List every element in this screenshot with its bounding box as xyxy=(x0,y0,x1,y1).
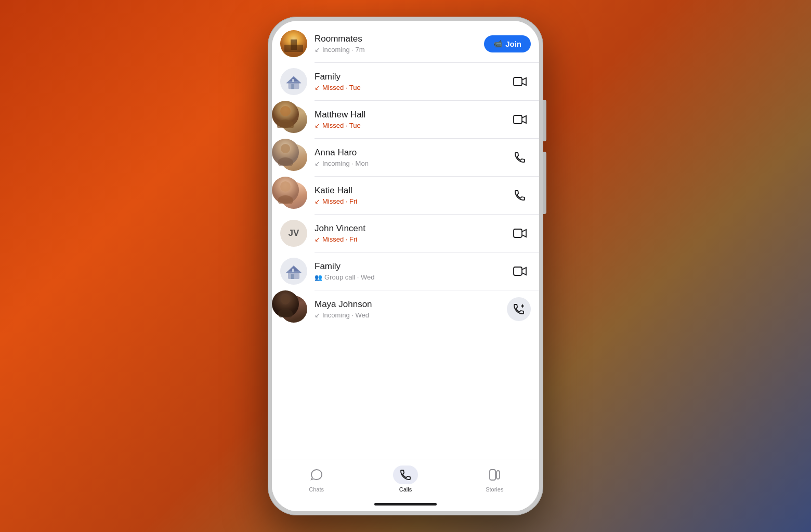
incoming-arrow-icon: ↙ xyxy=(315,46,320,54)
svg-rect-2 xyxy=(291,39,297,50)
home-bar xyxy=(374,503,437,506)
svg-point-11 xyxy=(280,106,291,116)
avatar-maya xyxy=(280,296,307,323)
call-item-family2[interactable]: Family 👥 Group call · Wed xyxy=(272,252,539,290)
add-call-button[interactable] xyxy=(507,297,531,321)
tab-chats[interactable]: Chats xyxy=(272,463,361,495)
avatar-katie xyxy=(280,182,307,209)
call-item-matthew[interactable]: Matthew Hall ↙ Missed · Tue xyxy=(272,101,539,138)
svg-rect-33 xyxy=(496,471,500,479)
call-status-family1: ↙ Missed · Tue xyxy=(315,84,502,91)
svg-rect-32 xyxy=(490,470,495,480)
call-name-anna: Anna Haro xyxy=(315,148,502,158)
call-name-matthew: Matthew Hall xyxy=(315,110,502,120)
phone-call-button-katie[interactable] xyxy=(509,184,531,206)
video-call-button-john[interactable] xyxy=(509,222,531,244)
call-item-maya[interactable]: Maya Johnson ↙ Incoming · Wed xyxy=(272,290,539,328)
video-call-button-family2[interactable] xyxy=(509,260,531,282)
screen-content: Roommates ↙ Incoming · 7m 📹 Join xyxy=(272,21,539,511)
svg-rect-13 xyxy=(514,115,522,124)
avatar-family2 xyxy=(280,258,307,285)
phone-device: Roommates ↙ Incoming · 7m 📹 Join xyxy=(268,17,543,515)
call-item-john[interactable]: JV John Vincent ↙ Missed · Fri xyxy=(272,215,539,252)
tab-icon-stories-wrap xyxy=(482,466,507,484)
call-name-katie: Katie Hall xyxy=(315,185,502,196)
svg-rect-5 xyxy=(291,84,294,89)
tab-calls[interactable]: Calls xyxy=(361,463,450,495)
video-icon-join: 📹 xyxy=(493,39,502,48)
incoming-arrow-icon-anna: ↙ xyxy=(315,159,320,167)
tab-stories[interactable]: Stories xyxy=(450,463,539,495)
incoming-arrow-icon-maya: ↙ xyxy=(315,311,320,319)
call-info-roommates: Roommates ↙ Incoming · 7m xyxy=(315,34,477,54)
tab-icon-calls-wrap xyxy=(393,466,418,484)
video-call-button-family1[interactable] xyxy=(509,71,531,92)
call-item-katie[interactable]: Katie Hall ↙ Missed · Fri xyxy=(272,177,539,214)
avatar-roommates xyxy=(280,30,307,57)
call-item-roommates[interactable]: Roommates ↙ Incoming · 7m 📹 Join xyxy=(272,25,539,62)
call-info-john: John Vincent ↙ Missed · Fri xyxy=(315,223,502,243)
call-info-matthew: Matthew Hall ↙ Missed · Tue xyxy=(315,110,502,129)
svg-rect-25 xyxy=(292,269,294,272)
join-button[interactable]: 📹 Join xyxy=(484,35,531,52)
missed-arrow-icon-matthew: ↙ xyxy=(315,122,320,129)
phone-call-button-anna[interactable] xyxy=(509,147,531,168)
svg-rect-1 xyxy=(284,45,303,52)
group-icon: 👥 xyxy=(315,274,322,281)
svg-rect-0 xyxy=(280,30,307,57)
missed-arrow-icon-katie: ↙ xyxy=(315,197,320,205)
call-info-maya: Maya Johnson ↙ Incoming · Wed xyxy=(315,299,500,319)
tab-icon-chats-wrap xyxy=(304,466,329,484)
call-status-roommates: ↙ Incoming · 7m xyxy=(315,46,477,54)
tab-label-stories: Stories xyxy=(486,486,503,493)
call-info-anna: Anna Haro ↙ Incoming · Mon xyxy=(315,148,502,167)
svg-rect-7 xyxy=(292,79,294,82)
call-info-katie: Katie Hall ↙ Missed · Fri xyxy=(315,185,502,205)
avatar-anna xyxy=(280,144,307,171)
avatar-matthew xyxy=(280,106,307,133)
call-status-katie: ↙ Missed · Fri xyxy=(315,197,502,205)
svg-rect-23 xyxy=(291,274,294,279)
call-name-family1: Family xyxy=(315,72,502,82)
call-status-family2: 👥 Group call · Wed xyxy=(315,273,502,281)
call-status-anna: ↙ Incoming · Mon xyxy=(315,159,502,167)
avatar-john: JV xyxy=(280,220,307,247)
call-info-family1: Family ↙ Missed · Tue xyxy=(315,72,502,91)
phone-screen: Roommates ↙ Incoming · 7m 📹 Join xyxy=(272,21,539,511)
tab-label-chats: Chats xyxy=(309,486,324,493)
video-call-button-matthew[interactable] xyxy=(509,109,531,130)
svg-rect-26 xyxy=(514,267,522,275)
missed-arrow-icon-john: ↙ xyxy=(315,235,320,243)
call-name-family2: Family xyxy=(315,261,502,272)
call-name-john: John Vincent xyxy=(315,223,502,234)
tab-bar: Chats Calls xyxy=(272,459,539,497)
call-item-anna[interactable]: Anna Haro ↙ Incoming · Mon xyxy=(272,139,539,176)
call-name-maya: Maya Johnson xyxy=(315,299,500,310)
svg-rect-20 xyxy=(514,229,522,237)
call-status-matthew: ↙ Missed · Tue xyxy=(315,122,502,129)
svg-rect-9 xyxy=(514,77,522,86)
tab-label-calls: Calls xyxy=(399,486,412,493)
home-indicator xyxy=(272,497,539,511)
call-list: Roommates ↙ Incoming · 7m 📹 Join xyxy=(272,21,539,459)
call-info-family2: Family 👥 Group call · Wed xyxy=(315,261,502,281)
call-name-roommates: Roommates xyxy=(315,34,477,44)
call-status-maya: ↙ Incoming · Wed xyxy=(315,311,500,319)
svg-point-15 xyxy=(281,144,290,153)
missed-arrow-icon: ↙ xyxy=(315,84,320,91)
call-status-john: ↙ Missed · Fri xyxy=(315,235,502,243)
avatar-family1 xyxy=(280,68,307,95)
call-item-family1[interactable]: Family ↙ Missed · Tue xyxy=(272,63,539,100)
